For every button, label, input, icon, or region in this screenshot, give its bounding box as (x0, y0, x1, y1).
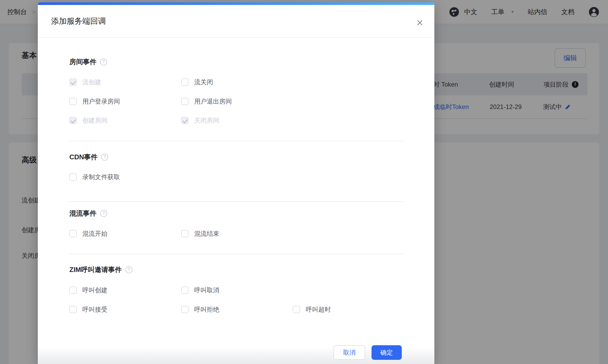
help-icon[interactable]: ? (125, 266, 132, 273)
checkbox-create-room: 创建房间 (69, 116, 107, 125)
checkbox-call-accepted[interactable]: 呼叫接受 (69, 305, 107, 314)
help-icon[interactable]: ? (100, 210, 107, 217)
checkbox-call-timeout[interactable]: 呼叫超时 (293, 305, 331, 314)
dialog-accent-bar (38, 2, 434, 5)
checkbox-recording-file-fetch[interactable]: 录制文件获取 (69, 172, 120, 182)
checkbox-user-login-room[interactable]: 用户登录房间 (69, 97, 120, 106)
add-server-callback-dialog: 添加服务端回调 × 房间事件 ? 流创建 流关闭 用户登录房间 用户退出房间 创… (38, 2, 434, 364)
section-title-room-events: 房间事件 ? (69, 57, 107, 66)
checkbox-call-created[interactable]: 呼叫创建 (69, 286, 107, 295)
checkbox-mix-start[interactable]: 混流开始 (69, 229, 107, 238)
checkbox-box[interactable] (69, 287, 77, 294)
help-icon[interactable]: ? (101, 154, 108, 161)
dialog-title: 添加服务端回调 (51, 16, 106, 26)
checkbox-stream-closed[interactable]: 流关闭 (181, 77, 213, 87)
checkbox-box[interactable] (69, 98, 77, 105)
section-divider (69, 141, 404, 141)
section-title-cdn-events: CDN事件 ? (69, 152, 108, 162)
dialog-header-divider (38, 37, 434, 38)
checkbox-box[interactable] (181, 230, 189, 237)
checkbox-call-rejected[interactable]: 呼叫拒绝 (181, 305, 219, 314)
checkbox-box[interactable] (181, 98, 189, 105)
section-divider (69, 254, 404, 254)
confirm-button[interactable]: 确定 (372, 345, 402, 360)
section-divider (69, 201, 404, 202)
checkbox-box (181, 117, 189, 124)
checkbox-stream-created: 流创建 (69, 77, 101, 87)
cancel-button[interactable]: 取消 (333, 345, 365, 360)
checkbox-box (69, 78, 77, 86)
section-title-zim-call-events: ZIM呼叫邀请事件 ? (69, 265, 132, 274)
help-icon[interactable]: ? (100, 58, 107, 65)
checkbox-call-cancelled[interactable]: 呼叫取消 (181, 286, 219, 295)
checkbox-box[interactable] (181, 306, 189, 313)
section-title-mix-events: 混流事件 ? (69, 209, 107, 218)
checkbox-box[interactable] (69, 306, 77, 313)
checkbox-box[interactable] (181, 78, 189, 86)
checkbox-box[interactable] (181, 287, 189, 294)
checkbox-box[interactable] (69, 230, 77, 237)
checkbox-box[interactable] (293, 306, 300, 313)
checkbox-user-exit-room[interactable]: 用户退出房间 (181, 97, 232, 106)
checkbox-mix-end[interactable]: 混流结束 (181, 229, 219, 238)
checkbox-box (69, 117, 77, 124)
close-icon[interactable]: × (412, 15, 427, 30)
checkbox-box[interactable] (69, 173, 77, 181)
checkbox-close-room: 关闭房间 (181, 116, 219, 125)
